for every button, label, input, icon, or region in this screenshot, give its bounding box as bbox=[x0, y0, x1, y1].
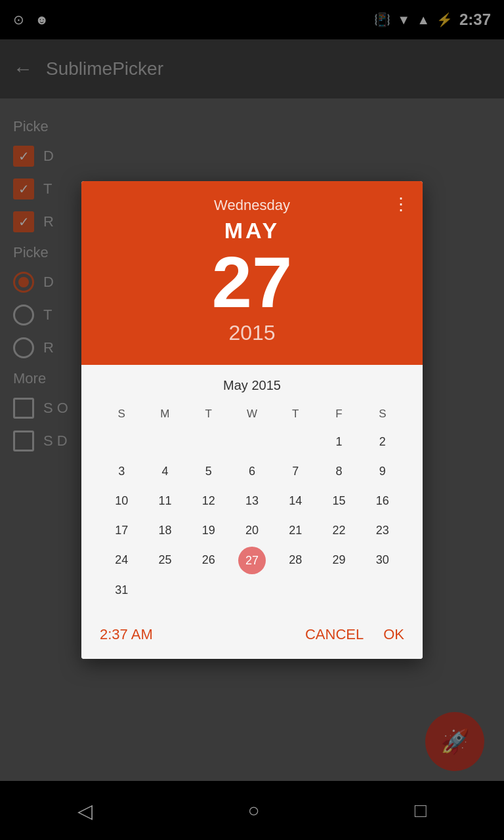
calendar-day-cell bbox=[143, 429, 186, 455]
calendar-day-cell[interactable]: 6 bbox=[230, 458, 274, 485]
calendar-day-cell[interactable]: 4 bbox=[143, 458, 186, 485]
calendar-day-cell bbox=[100, 429, 143, 455]
calendar-day-cell[interactable]: 30 bbox=[361, 547, 404, 574]
calendar-day-cell bbox=[230, 577, 274, 604]
calendar-day-cell[interactable]: 11 bbox=[143, 488, 186, 514]
calendar-day-cell[interactable]: 31 bbox=[100, 577, 143, 604]
calendar-body: May 2015 S M T W T F S 12345678910111213… bbox=[81, 365, 423, 620]
calendar-day-cell[interactable]: 23 bbox=[361, 517, 404, 544]
calendar-day-cell[interactable]: 27 bbox=[238, 547, 266, 574]
ok-button[interactable]: OK bbox=[383, 626, 404, 643]
day-header-tue: T bbox=[187, 405, 230, 423]
cancel-button[interactable]: CANCEL bbox=[305, 626, 364, 643]
calendar-day-cell[interactable]: 15 bbox=[317, 488, 360, 514]
calendar-day-cell[interactable]: 7 bbox=[274, 458, 317, 485]
dialog-action-buttons: CANCEL OK bbox=[305, 626, 404, 643]
time-button[interactable]: 2:37 AM bbox=[100, 626, 153, 643]
calendar-week-row-4: 24252627282930 bbox=[100, 547, 404, 574]
calendar-grid: S M T W T F S 12345678910111213141516171… bbox=[100, 405, 404, 604]
dialog-menu-button[interactable]: ⋮ bbox=[392, 194, 410, 215]
calendar-day-cell[interactable]: 25 bbox=[143, 547, 186, 574]
calendar-day-cell[interactable]: 8 bbox=[317, 458, 360, 485]
calendar-day-cell[interactable]: 18 bbox=[143, 517, 186, 544]
calendar-day-cell bbox=[317, 577, 360, 604]
modal-overlay: Wednesday MAY 27 2015 ⋮ May 2015 S M T W… bbox=[0, 0, 504, 840]
calendar-week-row-0: 12 bbox=[100, 429, 404, 455]
calendar-day-cell bbox=[361, 577, 404, 604]
calendar-header-row: S M T W T F S bbox=[100, 405, 404, 423]
calendar-day-cell bbox=[274, 577, 317, 604]
day-header-wed: W bbox=[230, 405, 274, 423]
calendar-day-cell bbox=[274, 429, 317, 455]
dialog-day: Wednesday bbox=[100, 197, 404, 214]
day-header-sun: S bbox=[100, 405, 143, 423]
dialog-year: 2015 bbox=[100, 321, 404, 345]
calendar-week-row-2: 10111213141516 bbox=[100, 488, 404, 514]
day-header-thu: T bbox=[274, 405, 317, 423]
dialog-actions: 2:37 AM CANCEL OK bbox=[81, 620, 423, 659]
dialog-header: Wednesday MAY 27 2015 ⋮ bbox=[81, 181, 423, 365]
calendar-day-cell[interactable]: 13 bbox=[230, 488, 274, 514]
calendar-day-cell[interactable]: 17 bbox=[100, 517, 143, 544]
calendar-day-cell[interactable]: 2 bbox=[361, 429, 404, 455]
dialog-date-num: 27 bbox=[100, 246, 404, 318]
calendar-day-cell bbox=[187, 577, 230, 604]
day-header-fri: F bbox=[317, 405, 360, 423]
calendar-day-cell[interactable]: 14 bbox=[274, 488, 317, 514]
calendar-day-cell[interactable]: 26 bbox=[187, 547, 230, 574]
calendar-day-cell[interactable]: 24 bbox=[100, 547, 143, 574]
calendar-day-cell[interactable]: 3 bbox=[100, 458, 143, 485]
calendar-day-cell[interactable]: 19 bbox=[187, 517, 230, 544]
calendar-weeks: 1234567891011121314151617181920212223242… bbox=[100, 429, 404, 604]
day-header-mon: M bbox=[143, 405, 186, 423]
calendar-day-cell bbox=[230, 429, 274, 455]
calendar-day-cell bbox=[187, 429, 230, 455]
calendar-day-cell[interactable]: 12 bbox=[187, 488, 230, 514]
calendar-day-cell[interactable]: 10 bbox=[100, 488, 143, 514]
calendar-day-cell[interactable]: 1 bbox=[317, 429, 360, 455]
calendar-day-cell bbox=[143, 577, 186, 604]
calendar-week-row-1: 3456789 bbox=[100, 458, 404, 485]
calendar-week-row-5: 31 bbox=[100, 577, 404, 604]
calendar-day-cell[interactable]: 21 bbox=[274, 517, 317, 544]
calendar-day-cell[interactable]: 16 bbox=[361, 488, 404, 514]
calendar-day-cell[interactable]: 29 bbox=[317, 547, 360, 574]
calendar-day-cell[interactable]: 22 bbox=[317, 517, 360, 544]
calendar-day-cell[interactable]: 28 bbox=[274, 547, 317, 574]
calendar-week-row-3: 17181920212223 bbox=[100, 517, 404, 544]
calendar-day-cell[interactable]: 5 bbox=[187, 458, 230, 485]
calendar-day-cell[interactable]: 20 bbox=[230, 517, 274, 544]
date-picker-dialog: Wednesday MAY 27 2015 ⋮ May 2015 S M T W… bbox=[81, 181, 423, 659]
calendar-month-label: May 2015 bbox=[100, 378, 404, 393]
calendar-day-cell[interactable]: 9 bbox=[361, 458, 404, 485]
day-header-sat: S bbox=[361, 405, 404, 423]
dialog-month: MAY bbox=[100, 218, 404, 243]
